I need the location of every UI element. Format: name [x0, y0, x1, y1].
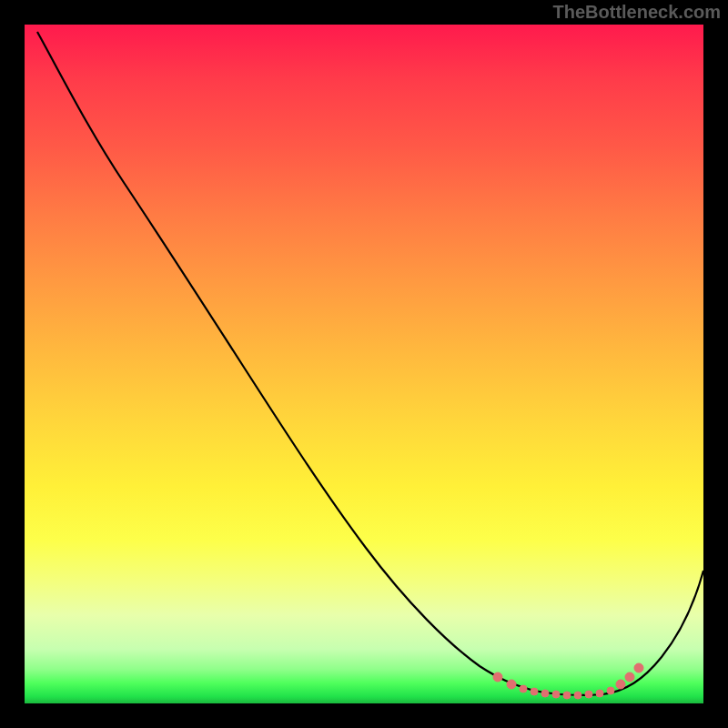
main-curve — [37, 32, 703, 695]
svg-point-5 — [552, 691, 560, 698]
watermark-text: TheBottleneck.com — [553, 2, 721, 23]
svg-point-4 — [541, 690, 549, 697]
svg-point-13 — [634, 663, 643, 672]
svg-point-11 — [616, 680, 625, 689]
svg-point-1 — [507, 680, 516, 689]
svg-point-0 — [493, 672, 502, 682]
highlight-dots — [493, 663, 643, 699]
svg-point-3 — [531, 688, 538, 695]
svg-point-10 — [607, 687, 614, 694]
svg-point-9 — [596, 690, 603, 697]
svg-point-7 — [574, 692, 581, 699]
svg-point-12 — [625, 672, 634, 682]
svg-point-8 — [585, 691, 592, 698]
svg-point-2 — [520, 685, 527, 693]
chart-container: TheBottleneck.com — [0, 0, 728, 728]
svg-point-6 — [563, 692, 571, 699]
chart-svg — [25, 25, 703, 703]
